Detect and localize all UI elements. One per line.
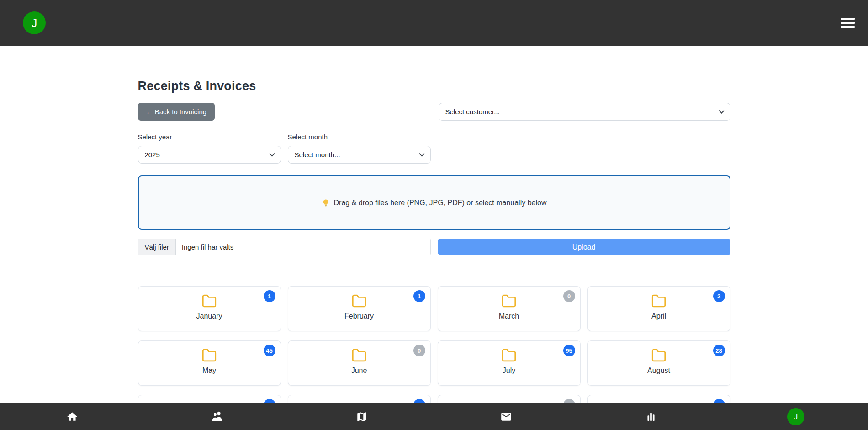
back-to-invoicing-button[interactable]: ← Back to Invoicing	[138, 103, 215, 121]
people-icon	[211, 410, 223, 423]
month-name: February	[344, 312, 374, 320]
nav-home[interactable]	[0, 411, 145, 423]
toolbar: ← Back to Invoicing Select customer...	[138, 103, 730, 121]
choose-files-button[interactable]: Välj filer	[138, 239, 176, 255]
chevron-down-icon	[419, 151, 425, 157]
main-content: Receipts & Invoices ← Back to Invoicing …	[138, 46, 730, 430]
filter-labels-row: Select year Select month	[138, 133, 730, 141]
month-count-badge: 95	[563, 345, 575, 356]
chevron-down-icon	[269, 151, 275, 157]
month-label: Select month	[288, 133, 431, 141]
month-name: August	[647, 366, 670, 375]
month-count-badge: 1	[413, 290, 425, 302]
file-dropzone[interactable]: Drag & drop files here (PNG, JPG, PDF) o…	[138, 175, 730, 230]
user-avatar[interactable]: J	[23, 11, 46, 34]
mail-icon	[500, 411, 512, 423]
month-folder-card[interactable]: August 28	[587, 340, 730, 386]
month-select-value: Select month...	[295, 151, 340, 159]
month-count-badge: 28	[713, 345, 725, 356]
month-name: January	[196, 312, 222, 320]
month-folder-card[interactable]: March 0	[438, 286, 581, 331]
month-folder-card[interactable]: April 2	[587, 286, 730, 331]
month-count-badge: 0	[563, 290, 575, 302]
month-name: May	[202, 366, 216, 375]
month-folder-card[interactable]: May 45	[138, 340, 281, 386]
month-select[interactable]: Select month...	[288, 146, 431, 164]
hamburger-menu-icon[interactable]	[841, 18, 855, 28]
nav-messages[interactable]	[434, 411, 579, 423]
home-icon	[66, 411, 78, 423]
page-title: Receipts & Invoices	[138, 79, 730, 93]
folder-icon	[201, 348, 217, 363]
month-count-badge: 1	[264, 290, 275, 302]
month-count-badge: 0	[413, 345, 425, 356]
month-folder-card[interactable]: June 0	[288, 340, 431, 386]
month-name: March	[499, 312, 519, 320]
map-icon	[356, 411, 368, 423]
year-select-value: 2025	[145, 151, 160, 159]
year-label: Select year	[138, 133, 281, 141]
folder-icon	[351, 348, 367, 363]
nav-profile[interactable]: J	[723, 408, 868, 425]
month-name: July	[503, 366, 515, 375]
month-folder-card[interactable]: January 1	[138, 286, 281, 331]
lightbulb-icon	[322, 199, 330, 207]
folder-icon	[201, 293, 217, 308]
footer-avatar[interactable]: J	[787, 408, 804, 425]
month-count-badge: 45	[264, 345, 275, 356]
customer-select[interactable]: Select customer...	[439, 103, 730, 121]
file-picker[interactable]: Välj filer Ingen fil har valts	[138, 239, 431, 255]
month-count-badge: 2	[713, 290, 725, 302]
month-folder-card[interactable]: February 1	[288, 286, 431, 331]
file-status-text: Ingen fil har valts	[176, 243, 233, 251]
folder-icon	[501, 293, 517, 308]
dropzone-text: Drag & drop files here (PNG, JPG, PDF) o…	[334, 199, 547, 207]
folder-icon	[651, 293, 667, 308]
nav-reports[interactable]	[579, 411, 724, 423]
folder-icon	[501, 348, 517, 363]
month-name: June	[351, 366, 367, 375]
month-folder-card[interactable]: July 95	[438, 340, 581, 386]
nav-map[interactable]	[289, 411, 434, 423]
bottom-nav: J	[0, 403, 868, 430]
folder-icon	[651, 348, 667, 363]
filter-selects-row: 2025 Select month...	[138, 146, 730, 164]
bar-chart-icon	[645, 411, 657, 423]
month-name: April	[651, 312, 666, 320]
folder-icon	[351, 293, 367, 308]
chevron-down-icon	[719, 108, 725, 114]
customer-select-value: Select customer...	[445, 108, 500, 116]
upload-row: Välj filer Ingen fil har valts Upload	[138, 239, 730, 255]
nav-customers[interactable]	[145, 410, 290, 423]
year-select[interactable]: 2025	[138, 146, 281, 164]
upload-button[interactable]: Upload	[438, 239, 730, 255]
top-bar: J	[0, 0, 868, 46]
